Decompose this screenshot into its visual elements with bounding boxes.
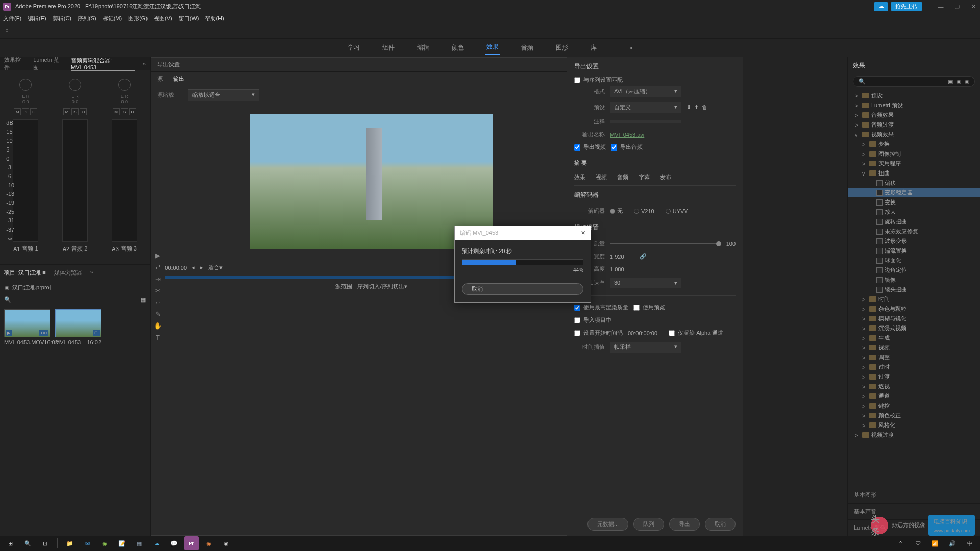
tray-up-icon[interactable]: ⌃ bbox=[893, 536, 908, 550]
delete-preset-icon[interactable]: 🗑 bbox=[702, 104, 707, 111]
save-preset-icon[interactable]: ⬇ bbox=[687, 104, 691, 111]
search-icon[interactable]: 🔍 bbox=[20, 536, 35, 550]
project-clip[interactable]: ▶HD MVI_0453.MOV16:02 bbox=[4, 309, 50, 345]
task-view-icon[interactable]: ⊡ bbox=[38, 536, 52, 550]
browser-icon[interactable]: ◉ bbox=[97, 536, 112, 550]
ws-effects[interactable]: 效果 bbox=[485, 41, 500, 55]
fps-dropdown[interactable]: 30▾ bbox=[610, 278, 681, 288]
track-select-icon[interactable]: ⇄ bbox=[154, 263, 162, 271]
ripple-tool-icon[interactable]: ⇥ bbox=[154, 275, 162, 283]
record-button[interactable]: O bbox=[80, 108, 87, 115]
effects-folder[interactable]: >音频过渡 bbox=[848, 120, 980, 130]
scale-dropdown[interactable]: 缩放以适合▾ bbox=[188, 89, 259, 101]
output-name-link[interactable]: MVI_0453.avi bbox=[610, 132, 644, 138]
cloud-icon[interactable]: ☁ bbox=[150, 536, 164, 550]
effects-folder[interactable]: >变换 bbox=[848, 139, 980, 149]
effects-folder[interactable]: >生成 bbox=[848, 333, 980, 343]
close-button[interactable]: ✕ bbox=[970, 3, 977, 10]
menu-marker[interactable]: 标记(M) bbox=[103, 15, 122, 22]
effects-folder[interactable]: >风格化 bbox=[848, 420, 980, 430]
comment-input[interactable] bbox=[610, 120, 681, 123]
solo-button[interactable]: S bbox=[121, 108, 128, 115]
essential-graphics-section[interactable]: 基本图形 bbox=[848, 487, 980, 503]
effects-folder[interactable]: >音频效果 bbox=[848, 110, 980, 120]
filter-icon[interactable]: ▣ bbox=[956, 78, 961, 85]
ws-libraries[interactable]: 库 bbox=[590, 41, 598, 54]
cancel-button[interactable]: 取消 bbox=[705, 518, 736, 531]
metadata-button[interactable]: 元数据... bbox=[587, 518, 628, 531]
filter-icon[interactable]: ▣ bbox=[948, 78, 953, 85]
tray-icon[interactable]: 🛡 bbox=[911, 536, 925, 550]
effect-item[interactable]: 波形变形 bbox=[848, 236, 980, 246]
effects-folder[interactable]: v视频效果 bbox=[848, 130, 980, 139]
quality-slider[interactable] bbox=[610, 243, 721, 244]
export-button[interactable]: 导出 bbox=[669, 518, 700, 531]
step-back-icon[interactable]: ◂ bbox=[192, 264, 195, 271]
ws-graphics[interactable]: 图形 bbox=[555, 41, 569, 54]
interp-dropdown[interactable]: 帧采样▾ bbox=[610, 342, 681, 353]
home-icon[interactable]: ⌂ bbox=[5, 27, 14, 36]
menu-help[interactable]: 帮助(H) bbox=[205, 15, 224, 22]
effects-folder[interactable]: >过时 bbox=[848, 362, 980, 372]
chrome-icon[interactable]: ◉ bbox=[219, 536, 233, 550]
menu-sequence[interactable]: 序列(S) bbox=[78, 15, 96, 22]
effects-folder[interactable]: >通道 bbox=[848, 391, 980, 401]
import-project-checkbox[interactable] bbox=[574, 317, 580, 323]
format-dropdown[interactable]: AVI（未压缩）▾ bbox=[610, 86, 681, 97]
effect-item[interactable]: 边角定位 bbox=[848, 265, 980, 275]
effects-search[interactable]: 🔍 ▣▣▣ bbox=[853, 76, 975, 87]
panel-menu-icon[interactable]: ≡ bbox=[972, 63, 975, 69]
match-sequence-checkbox[interactable] bbox=[574, 77, 580, 83]
tab-output[interactable]: 输出 bbox=[173, 75, 184, 83]
effects-folder[interactable]: >沉浸式视频 bbox=[848, 323, 980, 333]
mail-icon[interactable]: ✉ bbox=[80, 536, 94, 550]
cloud-upload-button[interactable]: ☁ 抢先上传 bbox=[874, 2, 922, 11]
pan-knob[interactable] bbox=[69, 79, 81, 91]
record-button[interactable]: O bbox=[129, 108, 136, 115]
search-icon[interactable]: 🔍 bbox=[4, 296, 11, 303]
pan-knob[interactable] bbox=[19, 79, 32, 91]
ws-assembly[interactable]: 组件 bbox=[381, 41, 396, 54]
project-clip[interactable]: ⊞ MVI_045316:02 bbox=[55, 309, 101, 345]
ws-editing[interactable]: 编辑 bbox=[416, 41, 430, 54]
summary-label[interactable]: 摘 要 bbox=[574, 159, 587, 167]
effect-item[interactable]: 球面化 bbox=[848, 256, 980, 265]
wechat-icon[interactable]: 💬 bbox=[167, 536, 181, 550]
effects-folder[interactable]: >调整 bbox=[848, 353, 980, 362]
effects-folder[interactable]: >模糊与锐化 bbox=[848, 314, 980, 323]
tab-effect-controls[interactable]: 效果控件 bbox=[4, 56, 25, 71]
height-value[interactable]: 1,080 bbox=[610, 266, 624, 272]
type-tool-icon[interactable]: T bbox=[154, 334, 162, 341]
effect-item[interactable]: 果冻效应修复 bbox=[848, 227, 980, 236]
start-tc-checkbox[interactable] bbox=[574, 330, 580, 336]
preset-dropdown[interactable]: 自定义▾ bbox=[610, 102, 681, 113]
selection-tool-icon[interactable]: ▶ bbox=[154, 252, 162, 259]
effects-folder[interactable]: >视频过渡 bbox=[848, 430, 980, 440]
effect-item[interactable]: 旋转扭曲 bbox=[848, 217, 980, 227]
close-icon[interactable]: ✕ bbox=[581, 230, 585, 236]
effects-folder[interactable]: >时间 bbox=[848, 294, 980, 304]
tab-lumetri-scopes[interactable]: Lumetri 范围 bbox=[33, 56, 63, 71]
volume-icon[interactable]: 🔊 bbox=[945, 536, 960, 550]
effects-folder[interactable]: >预设 bbox=[848, 91, 980, 101]
record-button[interactable]: O bbox=[30, 108, 37, 115]
mute-button[interactable]: M bbox=[113, 108, 120, 115]
new-bin-icon[interactable]: ▦ bbox=[141, 296, 146, 303]
effects-folder[interactable]: >视频 bbox=[848, 343, 980, 353]
razor-tool-icon[interactable]: ✂ bbox=[154, 287, 162, 294]
ws-color[interactable]: 颜色 bbox=[451, 41, 465, 54]
menu-edit[interactable]: 编辑(E) bbox=[28, 15, 46, 22]
es-tab-video[interactable]: 视频 bbox=[596, 173, 607, 181]
es-tab-audio[interactable]: 音频 bbox=[617, 173, 628, 181]
explorer-icon[interactable]: 📁 bbox=[63, 536, 77, 550]
ws-audio[interactable]: 音频 bbox=[520, 41, 534, 54]
effects-folder[interactable]: >Lumetri 预设 bbox=[848, 101, 980, 110]
cancel-encode-button[interactable]: 取消 bbox=[462, 283, 583, 295]
tab-media-browser[interactable]: 媒体浏览器 bbox=[54, 269, 82, 277]
filter-icon[interactable]: ▣ bbox=[964, 78, 969, 85]
effect-item[interactable]: 变形稳定器 bbox=[848, 188, 980, 197]
tab-more-icon[interactable]: » bbox=[143, 61, 146, 67]
tab-source[interactable]: 源 bbox=[157, 75, 163, 83]
use-preview-checkbox[interactable] bbox=[633, 305, 640, 311]
export-video-checkbox[interactable] bbox=[574, 144, 580, 151]
